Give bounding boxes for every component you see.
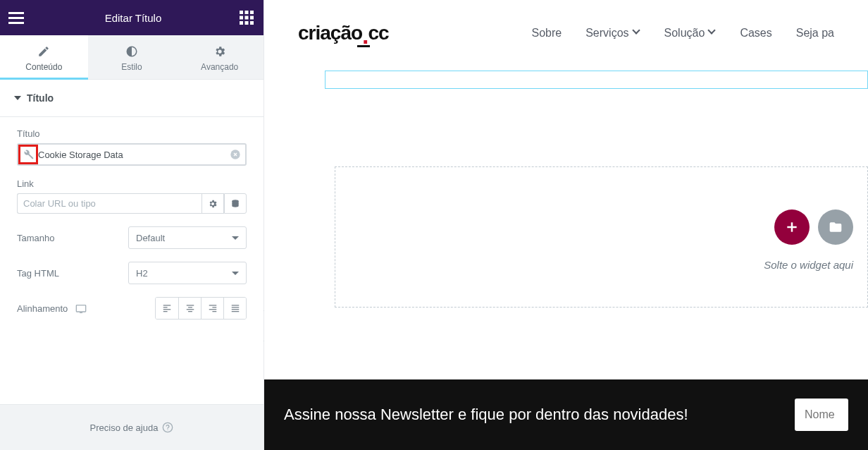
logo-underline xyxy=(357,45,370,47)
svg-rect-2 xyxy=(250,11,254,14)
svg-rect-4 xyxy=(244,16,248,20)
svg-rect-24 xyxy=(212,311,216,312)
pencil-icon xyxy=(37,45,50,58)
template-library-button[interactable] xyxy=(818,209,853,245)
align-justify-icon xyxy=(230,303,240,313)
svg-rect-7 xyxy=(244,21,248,25)
align-left-icon xyxy=(162,303,172,313)
panel-tabs: Conteúdo Estilo Avançado xyxy=(0,35,264,80)
gear-icon xyxy=(208,199,218,209)
svg-rect-25 xyxy=(231,305,239,305)
svg-rect-32 xyxy=(787,226,796,229)
tab-content[interactable]: Conteúdo xyxy=(0,35,88,79)
tag-select-value: H2 xyxy=(136,268,148,279)
align-center-button[interactable] xyxy=(178,298,201,319)
svg-rect-21 xyxy=(209,305,216,305)
empty-section-dropzone[interactable]: Solte o widget aqui xyxy=(335,166,868,308)
svg-rect-11 xyxy=(76,305,85,311)
control-tag: Tag HTML H2 xyxy=(17,262,247,284)
size-field-label: Tamanho xyxy=(17,233,54,243)
caret-down-icon xyxy=(14,96,21,100)
align-right-button[interactable] xyxy=(201,298,223,319)
svg-rect-0 xyxy=(240,11,243,14)
panel-title: Editar Título xyxy=(105,12,162,24)
control-alignment: Alinhamento xyxy=(17,297,247,320)
nav-sobre[interactable]: Sobre xyxy=(531,27,562,39)
responsive-icon[interactable] xyxy=(75,303,87,315)
help-label: Preciso de ajuda xyxy=(90,422,159,433)
dynamic-tags-icon[interactable] xyxy=(23,149,34,160)
size-select[interactable]: Default xyxy=(128,226,247,249)
plus-icon xyxy=(785,220,799,234)
tab-style-label: Estilo xyxy=(121,62,142,72)
size-select-value: Default xyxy=(136,233,165,243)
svg-rect-15 xyxy=(163,309,171,310)
clear-icon[interactable] xyxy=(230,149,241,160)
drop-hint-text: Solte o widget aqui xyxy=(764,259,853,271)
logo-text-b: cc xyxy=(368,22,389,44)
align-center-icon xyxy=(185,303,195,313)
svg-rect-23 xyxy=(209,309,216,310)
svg-rect-19 xyxy=(186,309,194,310)
editor-panel: Editar Título Conteúdo Estilo Avançado T… xyxy=(0,0,264,450)
tab-advanced[interactable]: Avançado xyxy=(175,35,264,79)
dynamic-link-button[interactable] xyxy=(224,193,247,214)
nav-cases[interactable]: Cases xyxy=(740,27,771,39)
tab-advanced-label: Avançado xyxy=(201,62,238,72)
site-nav: Sobre Serviços Solução Cases Seja pa xyxy=(531,27,834,39)
menu-button[interactable] xyxy=(8,8,28,28)
chevron-down-icon xyxy=(232,272,239,275)
svg-point-30 xyxy=(168,430,168,430)
site-logo[interactable]: criação.cc xyxy=(298,22,389,44)
link-input[interactable] xyxy=(17,193,202,214)
newsletter-name-input[interactable] xyxy=(795,399,848,431)
svg-rect-16 xyxy=(163,311,168,312)
selected-heading-widget[interactable] xyxy=(325,71,868,89)
svg-rect-26 xyxy=(231,307,239,308)
tag-select[interactable]: H2 xyxy=(128,262,247,284)
svg-rect-5 xyxy=(250,16,254,20)
section-toggle-title[interactable]: Título xyxy=(0,80,264,117)
site-header: criação.cc Sobre Serviços Solução Cases … xyxy=(264,0,868,66)
svg-rect-28 xyxy=(231,311,239,312)
tab-style[interactable]: Estilo xyxy=(88,35,176,79)
tab-content-label: Conteúdo xyxy=(25,62,62,72)
svg-rect-14 xyxy=(163,307,168,308)
tag-field-label: Tag HTML xyxy=(17,268,59,279)
contrast-icon xyxy=(125,45,138,58)
add-section-button[interactable] xyxy=(774,209,810,245)
newsletter-bar: Assine nossa Newsletter e fique por dent… xyxy=(264,379,868,450)
align-right-icon xyxy=(208,303,218,313)
svg-rect-20 xyxy=(188,311,192,312)
nav-seja[interactable]: Seja pa xyxy=(796,27,834,39)
svg-rect-6 xyxy=(240,21,243,25)
title-input-wrap xyxy=(17,143,247,166)
chevron-down-icon xyxy=(709,30,716,37)
link-field-label: Link xyxy=(17,178,247,189)
title-input[interactable] xyxy=(34,145,230,164)
svg-rect-1 xyxy=(244,11,248,14)
align-justify-button[interactable] xyxy=(223,298,246,319)
control-title: Título xyxy=(17,128,247,166)
database-icon xyxy=(230,199,240,209)
controls-area: Título Link Tamanho Default xyxy=(0,117,264,404)
svg-rect-17 xyxy=(186,305,194,305)
panel-header: Editar Título xyxy=(0,0,264,35)
control-size: Tamanho Default xyxy=(17,226,247,249)
help-icon xyxy=(162,422,173,433)
svg-rect-13 xyxy=(163,305,171,305)
nav-solucao[interactable]: Solução xyxy=(664,27,717,39)
chevron-down-icon xyxy=(232,236,239,240)
align-left-button[interactable] xyxy=(156,298,178,319)
chevron-down-icon xyxy=(633,30,640,37)
folder-icon xyxy=(829,220,843,234)
help-bar[interactable]: Preciso de ajuda xyxy=(0,404,264,450)
widgets-grid-button[interactable] xyxy=(238,9,255,26)
svg-rect-22 xyxy=(212,307,216,308)
align-field-label: Alinhamento xyxy=(17,303,68,314)
nav-servicos[interactable]: Serviços xyxy=(585,27,640,39)
title-field-label: Título xyxy=(17,128,247,139)
link-options-button[interactable] xyxy=(202,193,224,214)
svg-rect-8 xyxy=(250,21,254,25)
drop-actions xyxy=(774,209,853,245)
